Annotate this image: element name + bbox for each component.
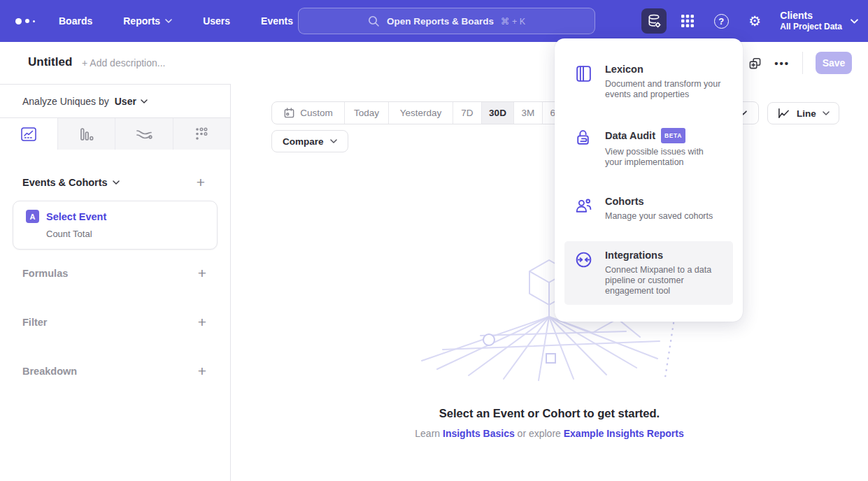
apps-grid-button[interactable] <box>675 8 700 34</box>
empty-state-prefix: Learn <box>415 428 443 439</box>
menu-item-description: View possible issues with your implement… <box>605 147 723 168</box>
help-icon: ? <box>714 14 729 29</box>
nav-item-users[interactable]: Users <box>203 15 230 27</box>
menu-item-title: Cohorts <box>605 196 644 208</box>
event-row-card[interactable]: A Select Event Count Total <box>13 201 218 250</box>
add-event-button[interactable]: + <box>197 175 205 189</box>
analyze-label: Analyze Uniques by <box>22 96 109 107</box>
menu-item-description: Document and transform your events and p… <box>605 79 723 100</box>
select-event-button[interactable]: Select Event <box>46 211 106 222</box>
project-selector[interactable]: Clients All Project Data <box>780 10 858 32</box>
menu-item-title: Integrations <box>605 250 663 261</box>
save-button[interactable]: Save <box>816 52 852 74</box>
query-builder-sidebar: Analyze Uniques by User <box>0 84 231 481</box>
formulas-section: Formulas + <box>22 266 206 280</box>
menu-item-integrations[interactable]: Integrations Connect Mixpanel to a data … <box>564 241 733 305</box>
primary-nav: Boards Reports Users Events <box>59 0 293 42</box>
beta-badge: BETA <box>661 128 685 143</box>
settings-gear-icon: ⚙ <box>748 14 761 28</box>
search-icon <box>368 15 380 27</box>
add-formula-button[interactable]: + <box>198 266 206 280</box>
event-measurement[interactable]: Count Total <box>46 229 217 239</box>
duplicate-button[interactable] <box>748 57 762 70</box>
tab-retention[interactable] <box>173 118 231 150</box>
date-range-custom[interactable]: Custom <box>272 102 345 124</box>
flows-tab-icon <box>135 127 153 142</box>
header-toolbar: ••• Save <box>748 42 852 84</box>
add-breakdown-button[interactable]: + <box>198 364 206 378</box>
chevron-down-icon <box>330 139 337 143</box>
search-placeholder: Open Reports & Boards <box>387 16 494 27</box>
filter-label: Filter <box>22 317 47 328</box>
add-filter-button[interactable]: + <box>198 315 206 329</box>
mixpanel-insights-app: Boards Reports Users Events Open Reports… <box>0 0 868 481</box>
events-cohorts-header: Events & Cohorts + <box>22 175 205 189</box>
search-input[interactable]: Open Reports & Boards ⌘ + K <box>298 8 595 34</box>
filter-section: Filter + <box>22 315 206 329</box>
top-navigation-bar: Boards Reports Users Events Open Reports… <box>0 0 868 42</box>
insights-basics-link[interactable]: Insights Basics <box>443 428 515 439</box>
toolbar-divider <box>802 52 803 74</box>
menu-item-title: Data Audit <box>605 130 655 142</box>
compare-dropdown[interactable]: Compare <box>271 130 348 152</box>
menu-item-title: Lexicon <box>605 64 643 76</box>
nav-right-tools: ? ⚙ Clients All Project Data <box>641 0 858 42</box>
settings-button[interactable]: ⚙ <box>742 8 767 34</box>
project-name: All Project Data <box>780 22 842 32</box>
analyze-by-dropdown[interactable]: User <box>115 96 148 107</box>
nav-item-reports[interactable]: Reports <box>123 15 172 27</box>
line-chart-icon <box>777 107 790 120</box>
chevron-down-icon <box>165 19 172 23</box>
analyze-row: Analyze Uniques by User <box>0 85 230 117</box>
search-shortcut: ⌘ + K <box>501 16 525 27</box>
date-range-today[interactable]: Today <box>345 102 389 124</box>
menu-item-description: Manage your saved cohorts <box>605 211 723 222</box>
database-gear-icon <box>646 13 662 29</box>
tab-flows[interactable] <box>115 118 173 150</box>
events-cohorts-toggle[interactable]: Events & Cohorts <box>22 177 120 188</box>
book-icon <box>574 64 593 83</box>
menu-item-description: Connect Mixpanel to a data pipeline or c… <box>605 265 723 296</box>
menu-item-lexicon[interactable]: Lexicon Document and transform your even… <box>564 55 733 108</box>
data-management-dropdown: Lexicon Document and transform your even… <box>555 38 743 322</box>
chevron-down-icon <box>823 111 830 115</box>
menu-item-data-audit[interactable]: Data Audit BETA View possible issues wit… <box>564 120 733 176</box>
integrations-icon <box>574 250 593 269</box>
date-range-7d[interactable]: 7D <box>453 102 482 124</box>
lock-icon <box>574 129 592 148</box>
chevron-down-icon <box>113 180 120 185</box>
calendar-icon <box>283 107 295 119</box>
org-name: Clients <box>780 10 842 22</box>
more-options-button[interactable]: ••• <box>774 57 790 69</box>
breakdown-label: Breakdown <box>22 366 77 377</box>
empty-state-links: Learn Insights Basics or explore Example… <box>231 428 868 439</box>
date-range-3m[interactable]: 3M <box>514 102 543 124</box>
empty-state-middle: or explore <box>515 428 564 439</box>
bar-chart-tab-icon <box>78 126 94 143</box>
empty-state-heading: Select an Event or Cohort to get started… <box>231 407 868 420</box>
tab-bar-chart[interactable] <box>57 118 115 150</box>
add-description-field[interactable]: + Add description... <box>82 57 165 69</box>
people-icon <box>574 196 593 215</box>
breakdown-section: Breakdown + <box>22 364 206 378</box>
example-reports-link[interactable]: Example Insights Reports <box>564 428 684 439</box>
event-series-badge: A <box>26 210 39 223</box>
apps-grid-icon <box>680 13 695 29</box>
date-range-yesterday[interactable]: Yesterday <box>389 102 453 124</box>
chevron-down-icon <box>141 99 148 103</box>
line-chart-tab-icon <box>20 127 37 142</box>
menu-item-cohorts[interactable]: Cohorts Manage your saved cohorts <box>564 187 733 230</box>
nav-item-boards[interactable]: Boards <box>59 15 92 27</box>
data-management-button[interactable] <box>641 8 667 34</box>
help-button[interactable]: ? <box>709 8 734 34</box>
retention-tab-icon <box>193 126 210 143</box>
mixpanel-logo-icon[interactable] <box>15 0 35 42</box>
nav-item-events[interactable]: Events <box>261 15 293 27</box>
report-title[interactable]: Untitled <box>28 55 72 69</box>
duplicate-icon <box>748 57 762 70</box>
chevron-down-icon <box>851 19 858 24</box>
tab-insights-line[interactable] <box>0 118 57 150</box>
formulas-label: Formulas <box>22 268 68 279</box>
chart-type-dropdown[interactable]: Line <box>767 102 839 124</box>
date-range-30d[interactable]: 30D <box>482 102 514 124</box>
